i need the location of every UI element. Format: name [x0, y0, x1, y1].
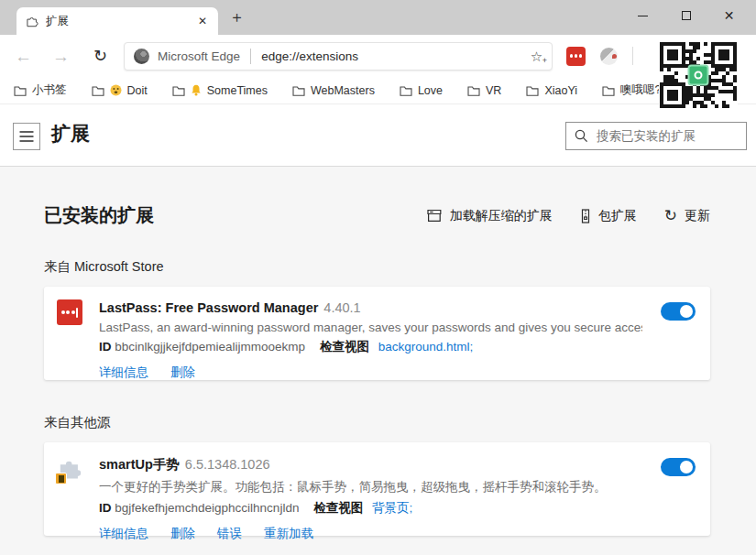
back-button[interactable]: ←	[15, 48, 32, 65]
extension-title: LastPass: Free Password Manager	[99, 300, 318, 315]
extension-id: bbcinlkgjjkejfdpemiealijmmooekmp	[115, 340, 305, 354]
star-icon: ☆	[531, 49, 542, 64]
background-page-link[interactable]: background.html;	[378, 340, 474, 354]
close-icon: ✕	[724, 8, 735, 23]
extension-title: smartUp手势	[99, 457, 180, 472]
window-controls: ✕	[621, 0, 751, 31]
bookmark-folder-webmasters[interactable]: WebMasters	[292, 84, 375, 97]
bookmark-folder-xiaoyi[interactable]: XiaoYi	[526, 84, 577, 97]
section-label-store: 来自 Microsoft Store	[44, 258, 710, 276]
url-text[interactable]: edge://extensions	[261, 49, 531, 63]
extension-card-smartup: smartUp手势6.5.1348.1026 一个更好的手势类扩展。功能包括：鼠…	[44, 442, 710, 536]
bookmark-label: Doit	[127, 84, 148, 97]
reload-link[interactable]: 重新加载	[264, 526, 313, 542]
bookmark-label: SomeTimes	[207, 84, 268, 97]
load-unpacked-icon	[427, 209, 443, 223]
refresh-button[interactable]: ↻	[93, 48, 107, 64]
remove-link[interactable]: 删除	[170, 526, 195, 542]
folder-icon	[467, 85, 480, 96]
tab-close-icon[interactable]: ✕	[196, 15, 209, 27]
load-unpacked-label: 加载解压缩的扩展	[450, 208, 553, 224]
hamburger-icon	[19, 131, 34, 142]
extension-version: 6.5.1348.1026	[185, 457, 270, 472]
update-label: 更新	[685, 208, 710, 224]
toggle-knob	[680, 461, 693, 473]
smartup-toolbar-icon[interactable]	[600, 48, 618, 65]
bookmark-folder-sometimes[interactable]: SomeTimes	[172, 84, 268, 97]
bookmark-folder-ooen[interactable]: 噢哦嗯?	[602, 82, 661, 98]
face-emoji-icon	[110, 84, 122, 96]
search-input[interactable]	[597, 129, 738, 143]
bookmark-label: VR	[486, 84, 501, 97]
qr-center-logo-icon	[688, 65, 709, 86]
browser-toolbar: ← → ↻ Microsoft Edge edge://extensions ☆…	[0, 35, 756, 77]
remove-link[interactable]: 删除	[170, 365, 195, 381]
menu-button[interactable]	[13, 123, 40, 150]
browser-window: 扩展 ✕ ＋ ✕ ← → ↻ Microsoft Edge edge://ext…	[0, 0, 756, 555]
folder-icon	[526, 85, 539, 96]
toolbar-divider	[632, 47, 633, 65]
star-plus-icon: +	[542, 57, 547, 65]
bookmark-folder-vr[interactable]: VR	[467, 84, 501, 97]
address-divider	[250, 49, 251, 64]
new-tab-button[interactable]: ＋	[229, 6, 245, 27]
details-link[interactable]: 详细信息	[99, 526, 148, 542]
pack-extension-icon	[580, 209, 591, 223]
warning-badge-icon	[55, 473, 67, 484]
tab-strip: 扩展 ✕ ＋ ✕	[0, 0, 756, 35]
site-label: Microsoft Edge	[158, 49, 240, 63]
bookmark-folder-xiaoshuqian[interactable]: 小书签	[14, 82, 67, 98]
extensions-puzzle-icon	[26, 15, 38, 27]
folder-icon	[92, 85, 104, 96]
extensions-search-box[interactable]	[565, 122, 747, 150]
bookmark-label: 噢哦嗯?	[620, 82, 661, 98]
installed-extensions-heading: 已安装的扩展	[44, 203, 154, 228]
extension-description: 一个更好的手势类扩展。功能包括：鼠标手势，简易拖曳，超级拖曳，摇杆手势和滚轮手势…	[99, 479, 642, 495]
bookmark-label: Love	[418, 84, 443, 97]
lastpass-toolbar-icon[interactable]	[566, 47, 586, 66]
bell-emoji-icon	[191, 84, 202, 96]
tab-title: 扩展	[46, 14, 196, 29]
page-title: 扩展	[51, 121, 90, 147]
maximize-button[interactable]	[664, 0, 707, 31]
extension-id: bgjfekefhjemchdeigphccilhncnjldn	[115, 501, 299, 515]
extension-enabled-toggle[interactable]	[661, 302, 696, 321]
minimize-icon	[638, 16, 648, 16]
extension-description: LastPass, an award-winning password mana…	[99, 321, 642, 334]
bookmark-folder-love[interactable]: Love	[400, 84, 443, 97]
inspect-views-label: 检查视图	[313, 501, 363, 515]
background-page-link[interactable]: 背景页;	[372, 501, 412, 515]
pack-extension-label: 包扩展	[598, 208, 637, 224]
folder-icon	[602, 85, 615, 96]
bookmark-label: XiaoYi	[544, 84, 577, 97]
update-button[interactable]: ↻ 更新	[664, 208, 710, 224]
forward-button[interactable]: →	[52, 48, 70, 65]
add-favorite-button[interactable]: ☆+	[531, 49, 542, 63]
bookmark-folder-doit[interactable]: Doit	[92, 84, 148, 97]
details-link[interactable]: 详细信息	[99, 365, 148, 381]
toggle-knob	[680, 305, 693, 318]
close-button[interactable]: ✕	[707, 0, 751, 31]
smartup-extension-icon	[57, 455, 84, 483]
browser-tab-extensions[interactable]: 扩展 ✕	[16, 7, 218, 35]
folder-icon	[292, 85, 305, 96]
minimize-button[interactable]	[621, 0, 664, 31]
bookmarks-bar: 小书签 Doit SomeTimes WebMasters Love VR Xi…	[0, 77, 756, 104]
id-label: ID	[99, 501, 112, 515]
inspect-views-label: 检查视图	[320, 340, 369, 354]
folder-icon	[14, 85, 27, 96]
extension-actions: 加载解压缩的扩展 包扩展 ↻ 更新	[427, 208, 710, 224]
search-icon	[575, 129, 588, 143]
update-icon: ↻	[664, 208, 677, 223]
bookmark-label: 小书签	[32, 82, 67, 98]
qr-code-image	[659, 41, 738, 109]
load-unpacked-button[interactable]: 加载解压缩的扩展	[427, 208, 553, 224]
errors-link[interactable]: 错误	[217, 526, 242, 542]
id-label: ID	[99, 340, 112, 354]
extensions-page-header: 扩展	[0, 104, 756, 167]
address-bar[interactable]: Microsoft Edge edge://extensions ☆+	[124, 42, 553, 71]
pack-extension-button[interactable]: 包扩展	[580, 208, 637, 224]
extension-enabled-toggle[interactable]	[661, 458, 696, 476]
extensions-content: 已安装的扩展 加载解压缩的扩展 包扩展 ↻ 更新 来自 Microsoft St…	[0, 167, 756, 555]
section-label-other: 来自其他源	[44, 414, 710, 431]
